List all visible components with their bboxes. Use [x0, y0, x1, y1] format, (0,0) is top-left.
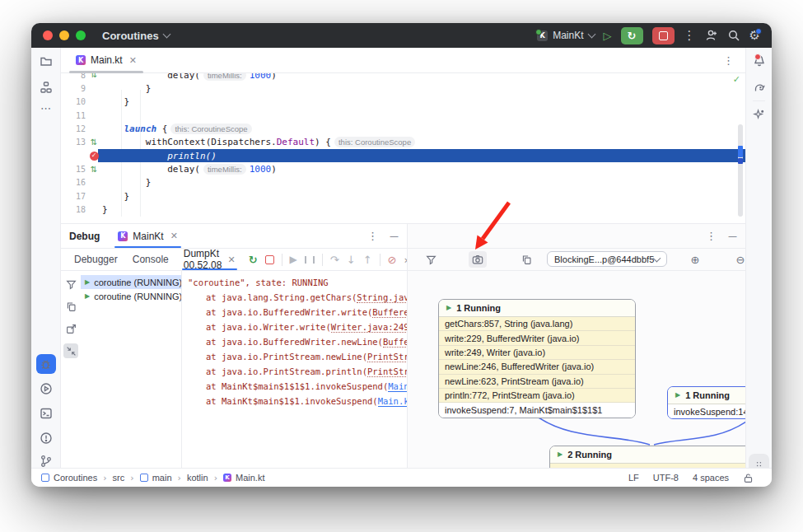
coroutine-graph-node[interactable]: ▶1 RunninginvokeSuspend:14, M [667, 386, 745, 419]
editor-scrollbar[interactable] [738, 124, 743, 217]
tab-console[interactable]: Console [131, 249, 170, 270]
step-into-button[interactable]: ↓ [347, 254, 356, 265]
stack-frame-link[interactable]: Writer.java:249 [331, 322, 407, 333]
line-number: 12 [61, 124, 86, 133]
code-editor[interactable]: 8⇅delay(timeMillis:1000)9}10}1112launch … [61, 73, 745, 223]
step-out-button[interactable]: ↑ [363, 254, 372, 265]
graph-options-button[interactable]: ⋮ [706, 230, 717, 242]
breadcrumb-item[interactable]: KMain.kt [223, 473, 264, 483]
node-frame-row[interactable]: newLine:246, BufferedWriter (java.io) [439, 360, 635, 374]
gradle-tool-button[interactable] [746, 81, 772, 94]
stack-frame-link[interactable]: String.java: [357, 292, 407, 303]
copy-graph-button[interactable] [517, 251, 535, 268]
terminal-tool-button[interactable] [31, 407, 60, 420]
stack-frame-link[interactable]: PrintStrea [367, 366, 407, 377]
node-frame-row[interactable]: println:772, PrintStream (java.io) [439, 389, 635, 403]
coroutine-graph-node[interactable]: ▶1 RunninggetChars:857, String (java.lan… [438, 299, 636, 418]
notifications-button[interactable] [746, 54, 772, 68]
more-actions-button[interactable]: ⋮ [684, 30, 696, 42]
open-in-editor-button[interactable] [63, 321, 78, 336]
inspection-ok-icon[interactable]: ✓ [733, 74, 740, 85]
close-session-icon[interactable]: ✕ [170, 231, 178, 241]
run-configuration-widget[interactable]: K MainKt [537, 30, 594, 41]
resume-button[interactable]: ▶ [290, 254, 297, 264]
hide-graph-button[interactable]: — [728, 231, 737, 241]
more-debug-actions-button[interactable]: › [404, 254, 407, 266]
structure-tool-button[interactable] [31, 81, 60, 94]
editor-tab-mainkt[interactable]: K Main.kt ✕ [69, 48, 143, 72]
debug-tool-button[interactable] [31, 354, 60, 374]
search-everywhere-button[interactable] [727, 29, 740, 42]
breadcrumb-item[interactable]: main [140, 473, 172, 483]
zoom-out-button[interactable]: ⊖ [731, 251, 745, 268]
suspend-point-icon[interactable]: ⇅ [87, 138, 100, 147]
copy-dump-button[interactable] [63, 299, 78, 314]
scrollbar-exec-mark[interactable] [738, 146, 743, 157]
settings-button[interactable]: ⚙ [749, 30, 760, 42]
close-window-button[interactable] [43, 30, 53, 40]
ai-assistant-button[interactable] [746, 109, 772, 121]
stack-frame-link[interactable]: PrintStrea [367, 352, 407, 362]
graph-filter-button[interactable] [422, 251, 440, 268]
breadcrumb-item[interactable]: kotlin [187, 473, 208, 483]
terminal-icon [40, 407, 53, 420]
run-button[interactable]: ▷ [604, 30, 612, 41]
coroutine-list-item[interactable]: ▶coroutine (RUNNING) [81, 275, 181, 289]
node-frame-row[interactable]: newLine:623, PrintStream (java.io) [439, 375, 635, 389]
rerun-debug-button[interactable]: ↻ [249, 254, 258, 265]
scrollbar-exec-mark2[interactable] [738, 158, 743, 164]
indent-widget[interactable]: 4 spaces [693, 473, 729, 483]
node-frame-row[interactable]: invokeSuspend:14, M [668, 404, 745, 418]
stack-frame-link[interactable]: Main.k [388, 381, 407, 392]
services-tool-button[interactable] [31, 382, 60, 395]
node-frame-row[interactable]: write:249, Writer (java.io) [439, 346, 635, 360]
breadcrumb-item[interactable]: src [113, 473, 125, 483]
stack-frame-link[interactable]: Buffere [383, 337, 407, 348]
graph-canvas[interactable]: ▶1 RunninggetChars:857, String (java.lan… [408, 271, 745, 468]
more-tool-windows-button[interactable]: ⋯ [31, 102, 60, 114]
stack-frame-link[interactable]: Main.kt: [378, 396, 407, 407]
breadcrumb-item[interactable]: Coroutines [41, 473, 97, 483]
line-ending-widget[interactable]: LF [628, 473, 639, 483]
tab-dump[interactable]: DumpKt 00.52.08 ✕ [182, 249, 237, 270]
pause-button[interactable] [305, 256, 315, 264]
filter-coroutines-button[interactable] [63, 277, 78, 292]
project-widget[interactable]: Coroutines [102, 30, 170, 42]
capture-snapshot-button[interactable] [469, 251, 487, 268]
suspend-point-icon[interactable]: ⇅ [87, 73, 100, 79]
debug-session-tab[interactable]: K MainKt ✕ [114, 224, 181, 248]
dispatcher-selector[interactable]: BlockingE...p@644dbbf5 [547, 251, 667, 267]
problems-tool-button[interactable] [31, 432, 60, 445]
close-dump-tab-icon[interactable]: ✕ [227, 254, 235, 265]
coroutine-graph-node[interactable]: ▶2 RunningresumeWith:33, BaseContinuatio… [549, 446, 745, 468]
active-tab-underline [114, 246, 181, 249]
zoom-window-button[interactable] [76, 30, 86, 40]
unlock-icon[interactable] [743, 473, 754, 483]
stop-button[interactable] [652, 27, 675, 44]
step-over-button[interactable]: ↷ [330, 254, 339, 265]
add-user-button[interactable] [705, 29, 718, 42]
hide-debug-button[interactable]: — [390, 231, 399, 241]
coroutine-list-item[interactable]: ▶coroutine (RUNNING) [81, 289, 181, 303]
project-tool-button[interactable] [31, 54, 60, 68]
debug-rerun-button[interactable]: ↻ [621, 27, 643, 44]
node-frame-row[interactable]: getChars:857, String (java.lang) [439, 317, 635, 331]
editor-line: 10} [61, 96, 745, 109]
stop-debug-button[interactable] [265, 255, 274, 264]
breadcrumb-separator: › [103, 473, 106, 483]
stack-frame-link[interactable]: BufferedW [372, 307, 407, 318]
breakpoint-icon[interactable]: ✓ [87, 152, 100, 161]
zoom-in-button[interactable]: ⊕ [686, 251, 704, 268]
tab-debugger[interactable]: Debugger [72, 249, 119, 270]
node-frame-row[interactable]: invokeSuspend:7, MainKt$main$1$1$1 [439, 403, 635, 417]
editor-tab-options-button[interactable]: ⋮ [723, 54, 734, 67]
debug-options-button[interactable]: ⋮ [367, 230, 378, 242]
mute-breakpoints-button[interactable]: ⊘ [388, 254, 397, 266]
git-tool-button[interactable] [31, 455, 60, 468]
encoding-widget[interactable]: UTF-8 [653, 473, 679, 483]
close-tab-icon[interactable]: ✕ [129, 55, 137, 66]
collapse-button[interactable] [63, 343, 78, 358]
suspend-point-icon[interactable]: ⇅ [87, 166, 100, 174]
node-frame-row[interactable]: write:229, BufferedWriter (java.io) [439, 331, 635, 345]
minimize-window-button[interactable] [59, 30, 69, 40]
